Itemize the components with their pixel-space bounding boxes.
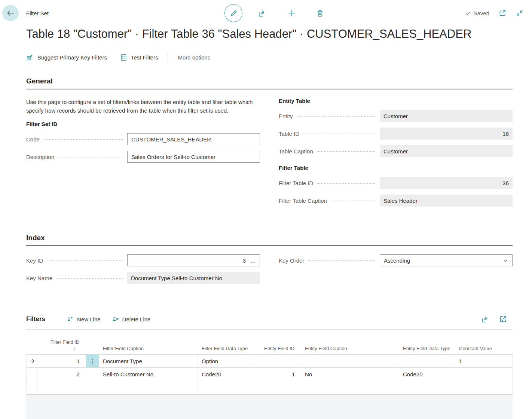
cell-filter-field-id[interactable]: 2 (37, 368, 86, 381)
key-order-select[interactable]: Ascending (380, 254, 513, 266)
cell-filter-field-data-type[interactable]: Code20 (198, 368, 253, 381)
new-record-button[interactable] (287, 9, 296, 18)
edit-button[interactable] (224, 4, 242, 22)
focus-mode-icon (499, 315, 507, 323)
column-header-entity-field-caption[interactable]: Entity Field Caption (301, 330, 399, 354)
delete-line-button[interactable]: Delete Line (112, 315, 151, 323)
cell-entity-field-data-type[interactable] (399, 381, 455, 395)
filter-set-id-heading: Filter Set ID (26, 121, 260, 127)
cell-entity-field-caption[interactable] (301, 381, 399, 395)
dotted-leader (43, 139, 123, 140)
cell-entity-field-data-type[interactable]: Code20 (399, 368, 455, 381)
share-list-button[interactable] (481, 315, 489, 323)
cell-entity-field-id[interactable] (253, 381, 301, 395)
description-label: Description (26, 154, 54, 160)
index-left-column: Key ID 3 … Key Name Document Type,Sell-t… (26, 254, 260, 290)
suggest-key-icon (26, 53, 34, 61)
general-heading: General (26, 77, 513, 89)
cell-constant-value[interactable] (455, 368, 513, 381)
row-options-cell[interactable] (86, 368, 99, 381)
column-header-filter-field-caption[interactable]: Filter Field Caption (99, 330, 198, 354)
suggest-primary-key-filters-button[interactable]: Suggest Primary Key Filters (26, 53, 107, 61)
general-section: General Use this page to configure a set… (26, 77, 513, 212)
cell-filter-field-data-type[interactable] (198, 381, 253, 395)
action-bar: Suggest Primary Key Filters Test Filters… (26, 52, 513, 68)
cell-constant-value[interactable] (455, 381, 513, 395)
index-section: Index Key ID 3 … Key Name Document Type,… (26, 234, 513, 290)
current-row-arrow-icon (28, 358, 35, 364)
chevron-down-icon (503, 258, 508, 263)
cell-entity-field-id[interactable] (253, 354, 301, 368)
table-caption-value: Customer (383, 148, 509, 155)
dotted-leader (297, 116, 375, 117)
key-id-value: 3 (131, 257, 246, 264)
more-options-button[interactable]: More options (178, 54, 210, 61)
filter-table-caption-label: Filter Table Caption (279, 198, 327, 204)
test-filters-button[interactable]: Test Filters (120, 53, 158, 61)
dotted-leader (58, 157, 123, 157)
key-id-input[interactable]: 3 … (127, 254, 260, 266)
description-input[interactable]: Sales Orders for Sell-to Customer (127, 151, 260, 163)
entity-table-heading: Entity Table (279, 98, 513, 104)
filters-toolbar: Filters New Line Delete Line (26, 313, 513, 325)
row-marker (26, 381, 37, 395)
table-id-field-row: Table ID 18 (279, 128, 513, 140)
row-options-button[interactable]: ⋮ (86, 354, 99, 368)
cell-filter-field-id[interactable] (37, 381, 86, 395)
trash-icon (316, 9, 324, 18)
cell-entity-field-caption[interactable] (301, 354, 399, 368)
delete-line-label: Delete Line (122, 316, 151, 322)
dotted-leader (303, 134, 375, 134)
cell-filter-field-caption[interactable] (99, 381, 198, 395)
general-left-column: Use this page to configure a set of filt… (26, 98, 260, 212)
dotted-leader (317, 183, 375, 184)
open-in-new-window-button[interactable] (498, 9, 507, 17)
collapse-button[interactable] (516, 9, 524, 17)
dotted-leader (308, 260, 375, 261)
column-header-filter-field-id[interactable]: Filter Field ID ↑ (37, 330, 86, 354)
filter-table-caption-value: Sales Header (383, 198, 509, 204)
cell-filter-field-caption[interactable]: Document Type (99, 354, 198, 368)
column-header-entity-field-data-type[interactable]: Entity Field Data Type (399, 330, 455, 354)
column-header-filter-field-data-type[interactable]: Filter Field Data Type (198, 330, 253, 354)
check-icon (465, 10, 471, 16)
code-field-row: Code CUSTOMER_SALES_HEADER (26, 133, 260, 145)
save-status-label: Saved (473, 10, 489, 16)
delete-record-button[interactable] (316, 9, 324, 18)
filter-table-caption-value-field: Sales Header (380, 195, 513, 207)
delete-line-icon (112, 315, 119, 323)
code-input[interactable]: CUSTOMER_SALES_HEADER (127, 133, 260, 145)
filters-toolbar-right (481, 315, 513, 323)
column-header-entity-field-id[interactable]: Entity Field ID (253, 330, 301, 354)
current-row-marker (26, 354, 37, 368)
dotted-leader (331, 201, 375, 201)
focus-mode-button[interactable] (499, 315, 507, 323)
table-caption-label: Table Caption (279, 148, 313, 155)
key-name-label: Key Name (26, 275, 52, 281)
new-line-icon (67, 315, 74, 323)
share-icon (481, 315, 489, 323)
key-id-assist-edit-button[interactable]: … (250, 258, 256, 263)
cell-filter-field-caption[interactable]: Sell-to Customer No. (99, 368, 198, 381)
cell-filter-field-data-type[interactable]: Option (198, 354, 253, 368)
column-header-row-options (86, 330, 99, 354)
cell-filter-field-id[interactable]: 1 (37, 354, 86, 368)
general-right-column: Entity Table Entity Customer Table ID 18 (279, 98, 513, 212)
table-caption-value-field: Customer (380, 145, 513, 157)
back-button[interactable] (2, 5, 19, 21)
save-status: Saved (465, 10, 489, 16)
cell-constant-value[interactable]: 1 (455, 354, 513, 368)
cell-entity-field-caption[interactable]: No. (301, 368, 399, 381)
cell-entity-field-id[interactable]: 1 (253, 368, 301, 381)
pencil-icon (230, 9, 238, 17)
new-line-button[interactable]: New Line (67, 315, 101, 323)
key-name-field-row: Key Name Document Type,Sell-to Customer … (26, 272, 260, 284)
plus-icon (287, 9, 296, 18)
share-button[interactable] (257, 9, 266, 18)
column-header-constant-value[interactable]: Constant Value (455, 330, 513, 354)
key-name-value: Document Type,Sell-to Customer No. (131, 275, 256, 281)
cell-entity-field-data-type[interactable] (399, 354, 455, 368)
key-order-label: Key Order (279, 257, 304, 264)
row-options-cell[interactable] (86, 381, 99, 395)
filter-table-id-field-row: Filter Table ID 36 (279, 177, 513, 189)
